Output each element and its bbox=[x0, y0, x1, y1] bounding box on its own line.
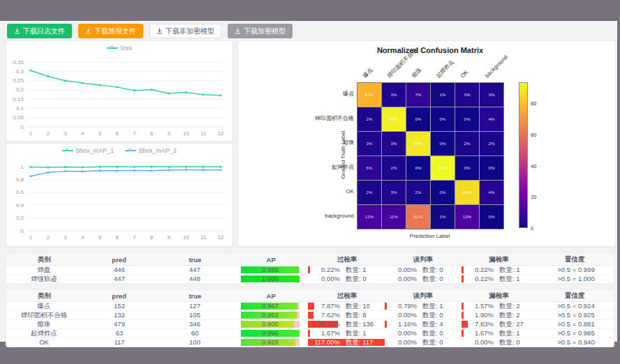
data-point bbox=[82, 82, 84, 84]
matrix-cell: 0% bbox=[455, 156, 479, 180]
table-row: 熔珠4793460.90039.42%数量: 1361.16%数量: 47.83… bbox=[6, 320, 614, 329]
cell-category: 焊缝轨迹 bbox=[6, 275, 82, 283]
rate-percent: 0.00% bbox=[385, 311, 417, 319]
matrix-cell: 90% bbox=[406, 132, 430, 156]
rate-text: 1.16%数量: 4 bbox=[385, 320, 462, 328]
y-tick-label: 0.8 bbox=[16, 176, 24, 183]
cell-ap: 0.996 bbox=[232, 329, 308, 338]
rate-count: 数量: 2 bbox=[499, 302, 538, 310]
matrix-cell: 0% bbox=[431, 132, 455, 156]
column-header-true[interactable]: true bbox=[158, 256, 235, 264]
rate-count: 数量: 136 bbox=[346, 320, 385, 328]
download-encrypted-model-button[interactable]: 下载加密模型 bbox=[228, 24, 293, 38]
data-point bbox=[47, 166, 49, 168]
rate-text: 7.87%数量: 10 bbox=[308, 302, 385, 310]
matrix-cell: 61% bbox=[406, 205, 430, 229]
ap-value: 0.967 bbox=[232, 302, 308, 310]
cell-miss-rate: 0.00%数量: 0 bbox=[462, 338, 538, 347]
cell-overdetect-rate: 1.67%数量: 1 bbox=[308, 329, 385, 338]
table-row: 爆点1521270.9677.87%数量: 100.79%数量: 11.57%数… bbox=[6, 302, 614, 311]
download-plain-model-button[interactable]: 下载非加密模型 bbox=[149, 24, 221, 38]
matrix-cell: 11% bbox=[382, 205, 406, 229]
column-header-漏检率[interactable]: 漏检率 bbox=[462, 291, 538, 301]
table-header-row: 类别predtrueAP过检率误判率漏检率置信度 bbox=[6, 290, 614, 302]
data-point bbox=[98, 166, 101, 168]
column-header-过检率[interactable]: 过检率 bbox=[310, 255, 386, 264]
download-log-button[interactable]: 下载日志文件 bbox=[7, 24, 72, 38]
column-header-误判率[interactable]: 误判率 bbox=[386, 255, 462, 264]
matrix-cell: 3% bbox=[455, 83, 479, 107]
rate-percent: 0.00% bbox=[385, 266, 417, 274]
cell-misjudge-rate: 0.00%数量: 0 bbox=[385, 311, 462, 319]
cell-overdetect-rate: 7.87%数量: 10 bbox=[308, 302, 385, 310]
legend-label: loss bbox=[121, 45, 132, 52]
confusion-matrix-grid: 81%3%7%1%3%3%2%91%0%0%0%4%3%3%90%0%2%2%6… bbox=[357, 82, 504, 229]
rate-count: 数量: 2 bbox=[499, 311, 538, 319]
x-tick-label: 8 bbox=[150, 234, 154, 241]
loss-chart-card: loss 00.050.10.150.20.250.30.35123456789… bbox=[6, 40, 233, 142]
y-tick-label: 0 bbox=[21, 124, 24, 130]
rate-count: 数量: 4 bbox=[422, 320, 462, 328]
download-report-button[interactable]: 下载简报文件 bbox=[78, 24, 143, 38]
map-line-chart: 00.20.40.60.81123456789101112 bbox=[6, 158, 232, 246]
series-line-bbox_mAP_2 bbox=[31, 170, 221, 176]
legend-series-icon bbox=[62, 148, 73, 153]
rate-percent: 0.22% bbox=[308, 266, 340, 274]
x-tick-label: 3 bbox=[64, 234, 67, 241]
rate-text: 1.57%数量: 2 bbox=[462, 302, 538, 310]
column-header-label: 类别 bbox=[38, 255, 51, 264]
matrix-cell: 2% bbox=[382, 156, 406, 180]
matrix-cell: 93% bbox=[431, 156, 455, 180]
matrix-cell: 0% bbox=[455, 107, 479, 131]
cell-pred: 63 bbox=[82, 329, 157, 338]
matrix-row-label: 焊印面积不合格 bbox=[284, 115, 354, 122]
cell-miss-rate: 1.67%数量: 1 bbox=[462, 329, 538, 338]
x-tick-label: 10 bbox=[183, 234, 189, 241]
column-header-AP[interactable]: AP bbox=[234, 292, 310, 300]
x-tick-label: 12 bbox=[218, 234, 224, 241]
data-point bbox=[168, 92, 170, 94]
column-header-label: 漏检率 bbox=[489, 255, 509, 264]
column-header-label: 漏检率 bbox=[489, 291, 509, 301]
x-tick-label: 2 bbox=[47, 234, 50, 241]
column-header-pred[interactable]: pred bbox=[82, 256, 158, 264]
matrix-cell: 7% bbox=[406, 83, 430, 107]
column-header-pred[interactable]: pred bbox=[82, 292, 158, 300]
ap-value: 0.929 bbox=[232, 338, 308, 347]
cell-miss-rate: 0.22%数量: 1 bbox=[462, 275, 538, 283]
column-header-置信度[interactable]: 置信度 bbox=[538, 255, 614, 264]
matrix-cell: 13% bbox=[455, 205, 479, 229]
legend-series-icon bbox=[107, 45, 118, 51]
legend-item-bbox_mAP_1[interactable]: bbox_mAP_1 bbox=[62, 147, 114, 154]
x-tick-label: 6 bbox=[115, 234, 119, 241]
rate-percent: 1.16% bbox=[385, 320, 417, 328]
column-header-漏检率[interactable]: 漏检率 bbox=[462, 255, 538, 264]
table-row: 焊盘4464470.9860.22%数量: 10.00%数量: 00.22%数量… bbox=[6, 266, 614, 275]
table-row: 焊缝轨迹4474481.0000.00%数量: 00.00%数量: 00.22%… bbox=[6, 275, 614, 283]
x-tick-label: 4 bbox=[81, 130, 84, 137]
legend-item-loss[interactable]: loss bbox=[107, 45, 132, 52]
column-header-label: pred bbox=[112, 292, 126, 300]
column-header-true[interactable]: true bbox=[158, 292, 235, 300]
data-point bbox=[185, 166, 187, 168]
matrix-cell: 81% bbox=[357, 83, 381, 107]
cell-category: OK bbox=[6, 338, 82, 347]
colorbar-tick-label: 60 bbox=[531, 132, 536, 138]
cell-pred: 479 bbox=[82, 320, 157, 328]
rate-count: 数量: 8 bbox=[346, 311, 385, 319]
rate-text: 0.00%数量: 0 bbox=[385, 329, 462, 338]
cell-miss-rate: 1.57%数量: 2 bbox=[462, 302, 538, 310]
confusion-matrix-ylabel: Ground Truth Label bbox=[340, 131, 346, 179]
confusion-matrix-card: Normalized Confusion Matrix 81%3%7%1%3%3… bbox=[237, 40, 616, 247]
column-header-label: 置信度 bbox=[565, 291, 585, 301]
column-header-AP[interactable]: AP bbox=[234, 256, 310, 264]
column-header-过检率[interactable]: 过检率 bbox=[310, 291, 386, 301]
matrix-cell: 89% bbox=[455, 181, 479, 204]
matrix-col-label: 熔珠 bbox=[411, 67, 423, 79]
column-header-置信度[interactable]: 置信度 bbox=[538, 291, 614, 301]
legend-item-bbox_mAP_2[interactable]: bbox_mAP_2 bbox=[125, 147, 177, 154]
x-tick-label: 10 bbox=[183, 130, 189, 137]
download-encrypted-model-label: 下载加密模型 bbox=[244, 26, 286, 36]
column-header-误判率[interactable]: 误判率 bbox=[386, 291, 462, 301]
cell-confidence: >0.5 = 0.999 bbox=[538, 266, 614, 274]
